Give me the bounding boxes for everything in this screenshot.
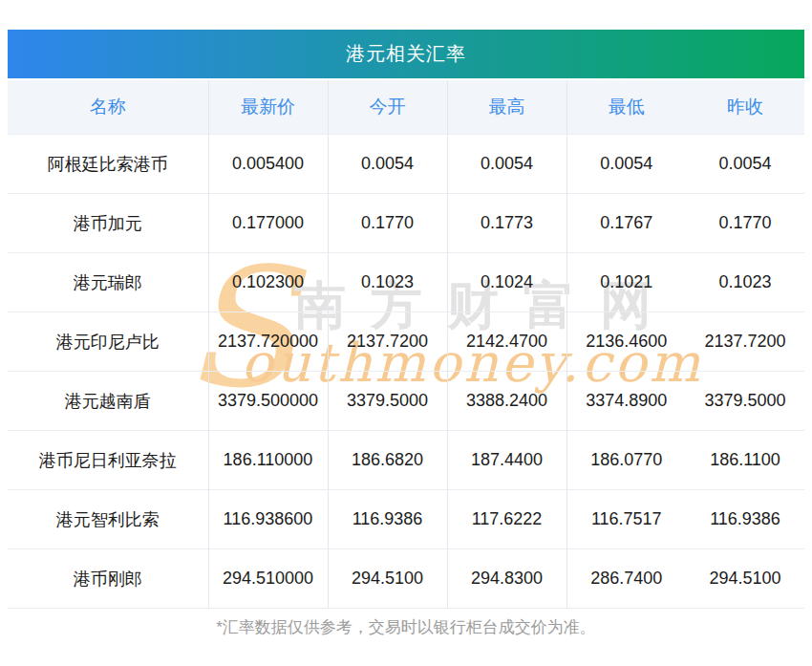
currency-pair-name: 港币尼日利亚奈拉 — [8, 431, 208, 490]
high-price-cell: 0.0054 — [447, 135, 566, 194]
open-price-cell: 0.0054 — [328, 135, 447, 194]
currency-pair-name: 阿根廷比索港币 — [8, 135, 208, 194]
open-price-cell: 186.6820 — [328, 431, 447, 490]
currency-pair-name: 港元瑞郎 — [8, 253, 208, 312]
high-price-cell: 294.8300 — [447, 549, 566, 609]
exchange-rates-table: 名称 最新价 今开 最高 最低 昨收 阿根廷比索港币 0.005400 0.00… — [8, 80, 804, 609]
low-price-cell: 0.1021 — [566, 253, 686, 312]
column-header-latest: 最新价 — [208, 80, 328, 135]
prev-close-cell: 0.1023 — [686, 253, 804, 312]
open-price-cell: 116.9386 — [328, 490, 447, 549]
column-header-name: 名称 — [8, 80, 208, 135]
high-price-cell: 117.6222 — [447, 490, 566, 549]
high-price-cell: 187.4400 — [447, 431, 566, 490]
high-price-cell: 3388.2400 — [447, 372, 566, 431]
disclaimer-note: *汇率数据仅供参考，交易时以银行柜台成交价为准。 — [0, 616, 812, 638]
low-price-cell: 286.7400 — [566, 549, 686, 609]
table-row: 港币加元 0.177000 0.1770 0.1773 0.1767 0.177… — [8, 194, 804, 253]
latest-price-cell: 186.110000 — [208, 431, 328, 490]
page: S 南方财富网 outhmoney.com 港元相关汇率 名称 最新价 今开 最… — [0, 0, 812, 666]
currency-pair-name: 港币加元 — [8, 194, 208, 253]
latest-price-cell: 0.005400 — [208, 135, 328, 194]
table-row: 港币刚郎 294.510000 294.5100 294.8300 286.74… — [8, 549, 804, 609]
high-price-cell: 2142.4700 — [447, 312, 566, 372]
prev-close-cell: 0.0054 — [686, 135, 804, 194]
open-price-cell: 2137.7200 — [328, 312, 447, 372]
latest-price-cell: 294.510000 — [208, 549, 328, 609]
column-header-open: 今开 — [328, 80, 447, 135]
currency-pair-name: 港元越南盾 — [8, 372, 208, 431]
low-price-cell: 0.0054 — [566, 135, 686, 194]
currency-pair-name: 港元印尼卢比 — [8, 312, 208, 372]
prev-close-cell: 2137.7200 — [686, 312, 804, 372]
latest-price-cell: 0.102300 — [208, 253, 328, 312]
latest-price-cell: 116.938600 — [208, 490, 328, 549]
panel-title: 港元相关汇率 — [346, 41, 466, 67]
table-row: 港元智利比索 116.938600 116.9386 117.6222 116.… — [8, 490, 804, 549]
table-header-row: 名称 最新价 今开 最高 最低 昨收 — [8, 80, 804, 135]
table-row: 港元越南盾 3379.500000 3379.5000 3388.2400 33… — [8, 372, 804, 431]
latest-price-cell: 3379.500000 — [208, 372, 328, 431]
low-price-cell: 186.0770 — [566, 431, 686, 490]
column-header-low: 最低 — [566, 80, 686, 135]
open-price-cell: 294.5100 — [328, 549, 447, 609]
latest-price-cell: 0.177000 — [208, 194, 328, 253]
prev-close-cell: 0.1770 — [686, 194, 804, 253]
low-price-cell: 3374.8900 — [566, 372, 686, 431]
open-price-cell: 3379.5000 — [328, 372, 447, 431]
currency-pair-name: 港元智利比索 — [8, 490, 208, 549]
table-row: 港元瑞郎 0.102300 0.1023 0.1024 0.1021 0.102… — [8, 253, 804, 312]
low-price-cell: 116.7517 — [566, 490, 686, 549]
column-header-prev-close: 昨收 — [686, 80, 804, 135]
prev-close-cell: 294.5100 — [686, 549, 804, 609]
table-row: 港元印尼卢比 2137.720000 2137.7200 2142.4700 2… — [8, 312, 804, 372]
table-row: 港币尼日利亚奈拉 186.110000 186.6820 187.4400 18… — [8, 431, 804, 490]
low-price-cell: 2136.4600 — [566, 312, 686, 372]
high-price-cell: 0.1773 — [447, 194, 566, 253]
prev-close-cell: 186.1100 — [686, 431, 804, 490]
panel-title-bar: 港元相关汇率 — [8, 30, 804, 78]
column-header-high: 最高 — [447, 80, 566, 135]
latest-price-cell: 2137.720000 — [208, 312, 328, 372]
open-price-cell: 0.1770 — [328, 194, 447, 253]
table-row: 阿根廷比索港币 0.005400 0.0054 0.0054 0.0054 0.… — [8, 135, 804, 194]
prev-close-cell: 116.9386 — [686, 490, 804, 549]
currency-pair-name: 港币刚郎 — [8, 549, 208, 609]
low-price-cell: 0.1767 — [566, 194, 686, 253]
high-price-cell: 0.1024 — [447, 253, 566, 312]
open-price-cell: 0.1023 — [328, 253, 447, 312]
prev-close-cell: 3379.5000 — [686, 372, 804, 431]
rates-panel: 港元相关汇率 名称 最新价 今开 最高 最低 昨收 阿根廷比索港币 — [8, 30, 804, 609]
